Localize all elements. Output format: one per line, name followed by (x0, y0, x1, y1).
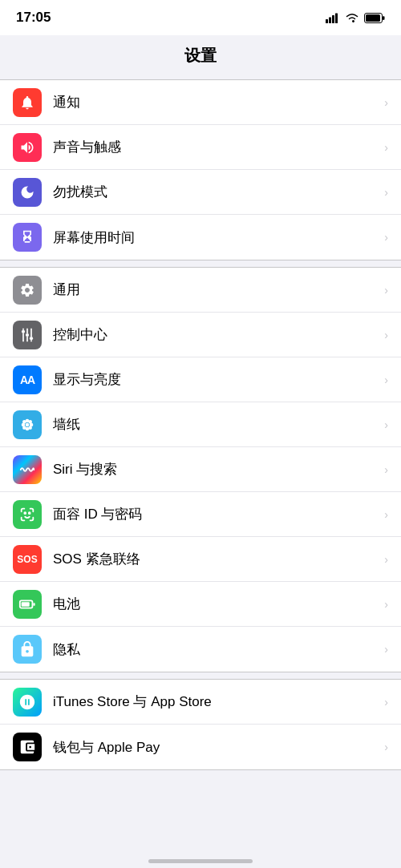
chevron-general: › (384, 284, 388, 297)
list-item-general[interactable]: 通用 › (0, 268, 401, 313)
notification-label: 通知 (53, 93, 381, 111)
section-general: 通用 › 控制中心 › AA 显示与亮度 › (0, 267, 401, 672)
wallet-label: 钱包与 Apple Pay (53, 738, 381, 757)
dnd-icon (13, 178, 42, 207)
list-item-sound[interactable]: 声音与触感 › (0, 125, 401, 170)
wallet-icon (13, 733, 42, 761)
svg-rect-6 (366, 14, 380, 22)
faceid-icon (13, 500, 42, 529)
page-title: 设置 (0, 45, 401, 67)
chevron-itunes: › (384, 696, 388, 709)
list-item-wallpaper[interactable]: 墙纸 › (0, 402, 401, 447)
display-icon: AA (13, 365, 42, 394)
sound-label: 声音与触感 (53, 138, 381, 156)
list-item-sos[interactable]: SOS SOS 紧急联络 › (0, 537, 401, 582)
itunes-label: iTunes Store 与 App Store (53, 692, 381, 711)
svg-rect-0 (326, 19, 328, 23)
hourglass-icon (19, 229, 35, 245)
appstore-icon (18, 693, 36, 711)
svg-point-26 (29, 512, 30, 514)
list-item-notification[interactable]: 通知 › (0, 80, 401, 125)
flower-icon (18, 416, 36, 434)
moon-icon (19, 184, 35, 200)
chevron-siri: › (384, 463, 388, 476)
battery-item-icon (13, 590, 42, 619)
list-item-display[interactable]: AA 显示与亮度 › (0, 357, 401, 402)
svg-rect-2 (332, 15, 334, 23)
status-bar: 17:05 (0, 0, 401, 35)
svg-point-24 (28, 426, 32, 430)
gear-icon (19, 282, 35, 298)
screentime-label: 屏幕使用时间 (53, 228, 381, 247)
svg-rect-5 (383, 16, 385, 20)
siri-wave-icon (18, 461, 36, 478)
chevron-faceid: › (384, 508, 388, 521)
svg-point-7 (22, 329, 25, 333)
screentime-icon (13, 223, 42, 252)
signal-icon (326, 13, 340, 23)
chevron-screentime: › (384, 231, 388, 244)
itunes-icon (13, 688, 42, 717)
battery-status-icon (364, 13, 385, 23)
wallpaper-icon (13, 410, 42, 439)
list-item-itunes[interactable]: iTunes Store 与 App Store › (0, 680, 401, 725)
hand-icon (18, 640, 36, 658)
list-item-faceid[interactable]: 面容 ID 与密码 › (0, 492, 401, 537)
list-item-controlcenter[interactable]: 控制中心 › (0, 313, 401, 357)
sound-icon (13, 133, 42, 162)
battery-label: 电池 (53, 595, 381, 613)
list-item-dnd[interactable]: 勿扰模式 › (0, 170, 401, 215)
chevron-controlcenter: › (384, 329, 388, 341)
svg-rect-28 (33, 603, 34, 606)
chevron-sound: › (384, 141, 388, 154)
sliders-icon (19, 327, 35, 343)
chevron-wallet: › (384, 741, 388, 753)
svg-point-8 (26, 333, 29, 336)
chevron-privacy: › (384, 643, 388, 656)
controlcenter-icon (13, 321, 42, 349)
general-label: 通用 (53, 281, 381, 299)
sos-label: SOS 紧急联络 (53, 550, 381, 568)
list-item-wallet[interactable]: 钱包与 Apple Pay › (0, 725, 401, 769)
svg-point-23 (22, 426, 26, 430)
notification-icon (13, 88, 42, 117)
privacy-icon (13, 635, 42, 664)
list-item-battery[interactable]: 电池 › (0, 582, 401, 627)
chevron-wallpaper: › (384, 418, 388, 431)
chevron-notification: › (384, 96, 388, 109)
list-item-screentime[interactable]: 屏幕使用时间 › (0, 215, 401, 260)
siri-icon (13, 455, 42, 484)
home-indicator (148, 859, 253, 863)
svg-point-16 (26, 422, 30, 426)
svg-rect-29 (22, 602, 30, 607)
svg-point-21 (22, 420, 26, 424)
list-item-privacy[interactable]: 隐私 › (0, 627, 401, 672)
section-stores: iTunes Store 与 App Store › 钱包与 Apple Pay… (0, 679, 401, 770)
svg-point-9 (30, 337, 33, 340)
page-title-bar: 设置 (0, 35, 401, 73)
section-notifications: 通知 › 声音与触感 › 勿扰模式 › 屏幕使用时间 › (0, 79, 401, 260)
sos-icon: SOS (13, 545, 42, 574)
chevron-sos: › (384, 553, 388, 566)
svg-rect-3 (335, 13, 338, 23)
svg-point-22 (28, 420, 32, 424)
controlcenter-label: 控制中心 (53, 325, 381, 344)
dnd-label: 勿扰模式 (53, 183, 381, 201)
privacy-label: 隐私 (53, 640, 381, 659)
bell-icon (19, 95, 35, 111)
wallet-svg-icon (18, 738, 36, 756)
chevron-battery: › (384, 598, 388, 611)
svg-rect-1 (329, 17, 331, 23)
display-label: 显示与亮度 (53, 370, 381, 389)
battery-icon (18, 595, 36, 613)
faceid-label: 面容 ID 与密码 (53, 505, 381, 523)
chevron-display: › (384, 373, 388, 386)
svg-point-25 (24, 512, 26, 514)
siri-label: Siri 与搜索 (53, 460, 381, 478)
list-item-siri[interactable]: Siri 与搜索 › (0, 447, 401, 492)
face-icon (18, 506, 36, 523)
wifi-icon (345, 12, 359, 23)
general-icon (13, 276, 42, 305)
chevron-dnd: › (384, 186, 388, 199)
speaker-icon (19, 139, 35, 155)
